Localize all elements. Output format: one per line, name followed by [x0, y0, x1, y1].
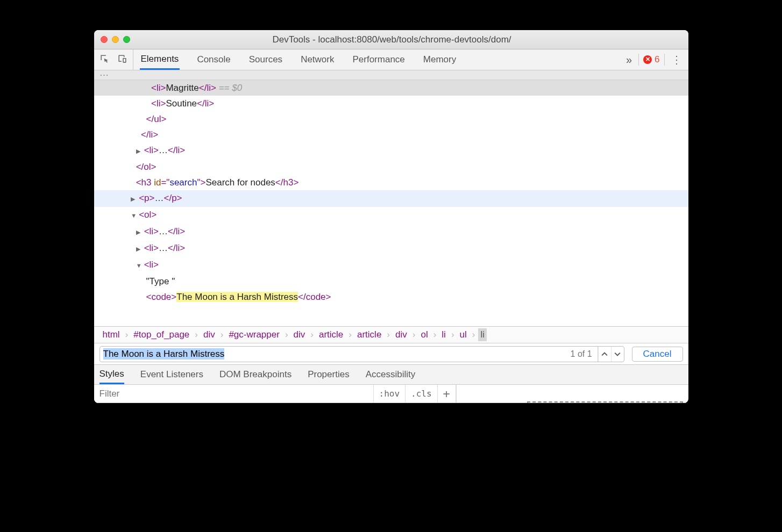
- crumb[interactable]: #top_of_page: [131, 328, 191, 341]
- dom-node[interactable]: ▶<li>…</li>: [94, 142, 688, 159]
- settings-menu-button[interactable]: ⋮: [665, 53, 688, 66]
- styles-filter-input[interactable]: [94, 385, 374, 402]
- collapse-triangle-icon[interactable]: ▼: [136, 258, 143, 274]
- dom-node[interactable]: <h3 id="search">Search for nodes</h3>: [94, 175, 688, 190]
- cls-toggle-button[interactable]: .cls: [406, 385, 438, 402]
- expand-triangle-icon[interactable]: ▶: [136, 241, 143, 257]
- dom-node[interactable]: ▶<p>…</p>: [94, 190, 688, 207]
- tab-sources[interactable]: Sources: [248, 49, 283, 70]
- dom-text: Search for nodes: [205, 177, 275, 188]
- more-tabs-button[interactable]: »: [620, 54, 638, 66]
- window-titlebar: DevTools - localhost:8080/web/tools/chro…: [94, 30, 688, 49]
- subtab-dom-breakpoints[interactable]: DOM Breakpoints: [219, 365, 292, 384]
- main-toolbar: Elements Console Sources Network Perform…: [94, 49, 688, 70]
- crumb[interactable]: li: [439, 328, 448, 341]
- crumb[interactable]: ul: [458, 328, 469, 341]
- dom-text: Magritte: [166, 83, 198, 93]
- expand-triangle-icon[interactable]: ▶: [136, 143, 143, 159]
- selection-marker: == $0: [219, 83, 243, 93]
- crumb[interactable]: div: [201, 328, 217, 341]
- subtab-styles[interactable]: Styles: [99, 365, 124, 384]
- dom-text: Soutine: [166, 98, 197, 109]
- styles-panel-preview: [456, 385, 688, 402]
- error-count: 6: [655, 54, 659, 65]
- crumb[interactable]: div: [292, 328, 308, 341]
- device-toolbar-icon[interactable]: [117, 54, 127, 66]
- crumb[interactable]: #gc-wrapper: [226, 328, 282, 341]
- subtab-properties[interactable]: Properties: [308, 365, 349, 384]
- inspect-element-icon[interactable]: [99, 54, 110, 66]
- dom-node[interactable]: <li>Magritte</li> == $0: [94, 80, 688, 96]
- dom-node[interactable]: </ul>: [94, 111, 688, 127]
- crumb[interactable]: div: [393, 328, 409, 341]
- dom-node[interactable]: ▶<li>…</li>: [94, 224, 688, 240]
- search-highlight: The Moon is a Harsh Mistress: [176, 292, 298, 302]
- dom-text: "Type ": [146, 276, 175, 286]
- attr-name: id: [154, 177, 161, 188]
- search-box: The Moon is a Harsh Mistress 1 of 1: [99, 346, 624, 362]
- styles-subtabs: Styles Event Listeners DOM Breakpoints P…: [94, 365, 688, 385]
- dom-search-bar: The Moon is a Harsh Mistress 1 of 1 Canc…: [94, 343, 688, 365]
- collapsed-indicator: …: [159, 145, 168, 155]
- styles-filter-bar: :hov .cls +: [94, 385, 688, 403]
- dom-node[interactable]: "Type ": [94, 274, 688, 289]
- dom-node[interactable]: <code>The Moon is a Harsh Mistress</code…: [94, 289, 688, 305]
- hidden-ancestors-bar[interactable]: …: [94, 70, 688, 80]
- new-style-rule-button[interactable]: +: [438, 385, 456, 402]
- tab-elements[interactable]: Elements: [140, 49, 180, 70]
- collapsed-indicator: …: [159, 226, 168, 236]
- search-next-button[interactable]: [611, 347, 624, 362]
- search-input[interactable]: The Moon is a Harsh Mistress: [100, 349, 565, 360]
- subtab-accessibility[interactable]: Accessibility: [366, 365, 416, 384]
- tab-memory[interactable]: Memory: [422, 49, 457, 70]
- crumb[interactable]: ol: [418, 328, 430, 341]
- tab-network[interactable]: Network: [300, 49, 335, 70]
- tab-performance[interactable]: Performance: [351, 49, 406, 70]
- search-prev-button[interactable]: [598, 347, 611, 362]
- search-result-count: 1 of 1: [565, 347, 598, 362]
- search-query-text: The Moon is a Harsh Mistress: [103, 348, 225, 360]
- collapsed-indicator: …: [155, 193, 164, 203]
- dom-node[interactable]: ▼<li>: [94, 257, 688, 274]
- devtools-window: DevTools - localhost:8080/web/tools/chro…: [94, 30, 688, 403]
- subtab-event-listeners[interactable]: Event Listeners: [140, 365, 203, 384]
- expand-triangle-icon[interactable]: ▶: [131, 191, 137, 207]
- window-title: DevTools - localhost:8080/web/tools/chro…: [102, 34, 682, 45]
- dom-node[interactable]: ▼<ol>: [94, 207, 688, 224]
- dom-node[interactable]: </ol>: [94, 159, 688, 175]
- collapse-triangle-icon[interactable]: ▼: [131, 208, 137, 224]
- panel-tabs: Elements Console Sources Network Perform…: [133, 49, 620, 70]
- error-badge-icon: ✕: [643, 55, 652, 64]
- crumb[interactable]: html: [101, 328, 122, 341]
- collapsed-indicator: …: [159, 243, 168, 253]
- crumb[interactable]: article: [355, 328, 383, 341]
- dom-node[interactable]: <li>Soutine</li>: [94, 96, 688, 111]
- error-counter[interactable]: ✕ 6: [638, 54, 664, 66]
- hov-toggle-button[interactable]: :hov: [374, 385, 406, 402]
- dom-node[interactable]: ▶<li>…</li>: [94, 240, 688, 257]
- dom-node[interactable]: </li>: [94, 127, 688, 142]
- attr-value: search: [169, 177, 197, 188]
- search-cancel-button[interactable]: Cancel: [632, 347, 683, 362]
- expand-triangle-icon[interactable]: ▶: [136, 225, 143, 240]
- crumb[interactable]: article: [317, 328, 345, 341]
- box-model-preview: [527, 401, 683, 403]
- dom-tree[interactable]: <li>Magritte</li> == $0 <li>Soutine</li>…: [94, 80, 688, 326]
- breadcrumb: html› #top_of_page› div› #gc-wrapper› di…: [94, 326, 688, 343]
- tab-console[interactable]: Console: [196, 49, 231, 70]
- crumb-current[interactable]: li: [478, 328, 487, 341]
